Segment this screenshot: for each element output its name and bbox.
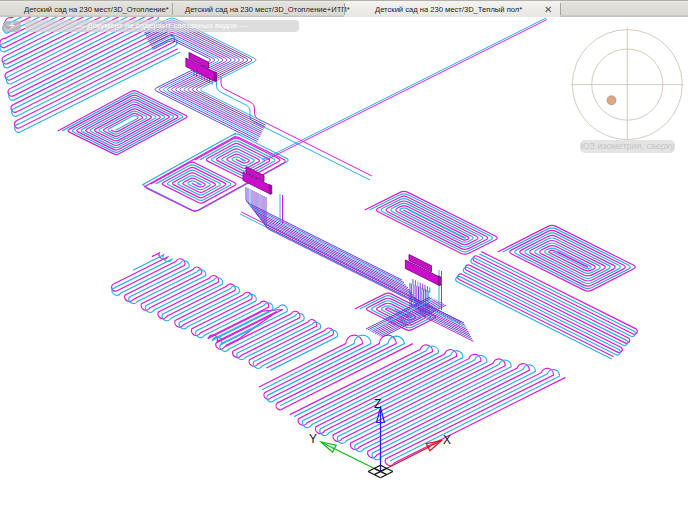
svg-text:X: X (443, 433, 451, 447)
svg-text:Z: Z (374, 397, 381, 411)
svg-text:Y: Y (309, 432, 317, 446)
